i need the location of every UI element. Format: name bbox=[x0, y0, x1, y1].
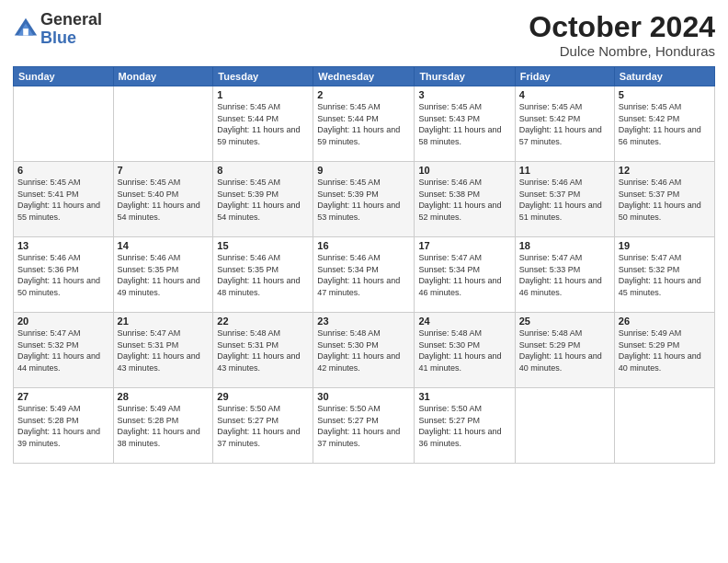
day-number: 7 bbox=[118, 165, 210, 176]
table-row: 14 Sunrise: 5:46 AMSunset: 5:35 PMDaylig… bbox=[113, 237, 213, 313]
table-row: 27 Sunrise: 5:49 AMSunset: 5:28 PMDaylig… bbox=[14, 388, 114, 464]
table-row: 2 Sunrise: 5:45 AMSunset: 5:44 PMDayligh… bbox=[313, 86, 415, 162]
header-tuesday: Tuesday bbox=[213, 67, 313, 86]
day-info: Sunrise: 5:49 AMSunset: 5:28 PMDaylight:… bbox=[17, 404, 100, 448]
table-row bbox=[515, 388, 614, 464]
day-number: 16 bbox=[317, 240, 410, 251]
day-number: 9 bbox=[317, 165, 410, 176]
logo: General Blue bbox=[13, 11, 102, 48]
day-number: 13 bbox=[17, 240, 109, 251]
day-info: Sunrise: 5:46 AMSunset: 5:36 PMDaylight:… bbox=[17, 253, 100, 297]
day-number: 23 bbox=[317, 316, 410, 327]
location-subtitle: Dulce Nombre, Honduras bbox=[529, 43, 715, 59]
day-number: 3 bbox=[418, 89, 510, 100]
day-number: 14 bbox=[118, 240, 210, 251]
day-number: 21 bbox=[118, 316, 210, 327]
table-row: 12 Sunrise: 5:46 AMSunset: 5:37 PMDaylig… bbox=[614, 162, 714, 237]
day-info: Sunrise: 5:45 AMSunset: 5:41 PMDaylight:… bbox=[17, 178, 100, 222]
logo-blue-text: Blue bbox=[40, 29, 102, 48]
day-info: Sunrise: 5:49 AMSunset: 5:29 PMDaylight:… bbox=[619, 328, 701, 373]
day-number: 15 bbox=[217, 240, 309, 251]
day-number: 26 bbox=[619, 316, 711, 327]
header-monday: Monday bbox=[113, 67, 213, 86]
title-area: October 2024 Dulce Nombre, Honduras bbox=[529, 11, 715, 59]
day-number: 22 bbox=[217, 316, 309, 327]
table-row: 4 Sunrise: 5:45 AMSunset: 5:42 PMDayligh… bbox=[515, 86, 614, 162]
table-row: 20 Sunrise: 5:47 AMSunset: 5:32 PMDaylig… bbox=[14, 313, 114, 388]
table-row: 19 Sunrise: 5:47 AMSunset: 5:32 PMDaylig… bbox=[614, 237, 714, 313]
day-info: Sunrise: 5:48 AMSunset: 5:30 PMDaylight:… bbox=[317, 328, 400, 373]
day-info: Sunrise: 5:46 AMSunset: 5:37 PMDaylight:… bbox=[519, 178, 602, 222]
day-info: Sunrise: 5:50 AMSunset: 5:27 PMDaylight:… bbox=[217, 404, 300, 448]
table-row: 8 Sunrise: 5:45 AMSunset: 5:39 PMDayligh… bbox=[213, 162, 313, 237]
day-info: Sunrise: 5:48 AMSunset: 5:31 PMDaylight:… bbox=[217, 328, 300, 373]
day-number: 30 bbox=[317, 391, 410, 402]
day-number: 18 bbox=[519, 240, 610, 251]
table-row: 3 Sunrise: 5:45 AMSunset: 5:43 PMDayligh… bbox=[415, 86, 515, 162]
header-sunday: Sunday bbox=[14, 67, 114, 86]
table-row bbox=[614, 388, 714, 464]
weekday-header-row: Sunday Monday Tuesday Wednesday Thursday… bbox=[14, 67, 715, 86]
day-number: 5 bbox=[619, 89, 711, 100]
header-thursday: Thursday bbox=[415, 67, 515, 86]
day-info: Sunrise: 5:50 AMSunset: 5:27 PMDaylight:… bbox=[418, 404, 501, 448]
logo-icon bbox=[13, 17, 39, 42]
day-info: Sunrise: 5:47 AMSunset: 5:32 PMDaylight:… bbox=[619, 253, 701, 297]
table-row: 9 Sunrise: 5:45 AMSunset: 5:39 PMDayligh… bbox=[313, 162, 415, 237]
day-number: 11 bbox=[519, 165, 610, 176]
day-number: 31 bbox=[418, 391, 510, 402]
day-number: 2 bbox=[317, 89, 410, 100]
day-number: 1 bbox=[217, 89, 309, 100]
day-number: 10 bbox=[418, 165, 510, 176]
week-row-2: 13 Sunrise: 5:46 AMSunset: 5:36 PMDaylig… bbox=[14, 237, 715, 313]
table-row: 23 Sunrise: 5:48 AMSunset: 5:30 PMDaylig… bbox=[313, 313, 415, 388]
table-row: 13 Sunrise: 5:46 AMSunset: 5:36 PMDaylig… bbox=[14, 237, 114, 313]
day-number: 4 bbox=[519, 89, 610, 100]
day-number: 28 bbox=[118, 391, 210, 402]
day-info: Sunrise: 5:47 AMSunset: 5:34 PMDaylight:… bbox=[418, 253, 501, 297]
calendar-table: Sunday Monday Tuesday Wednesday Thursday… bbox=[13, 66, 715, 464]
header-saturday: Saturday bbox=[614, 67, 714, 86]
week-row-4: 27 Sunrise: 5:49 AMSunset: 5:28 PMDaylig… bbox=[14, 388, 715, 464]
day-number: 8 bbox=[217, 165, 309, 176]
day-info: Sunrise: 5:46 AMSunset: 5:37 PMDaylight:… bbox=[619, 178, 701, 222]
table-row: 7 Sunrise: 5:45 AMSunset: 5:40 PMDayligh… bbox=[113, 162, 213, 237]
table-row: 25 Sunrise: 5:48 AMSunset: 5:29 PMDaylig… bbox=[515, 313, 614, 388]
svg-rect-2 bbox=[23, 29, 28, 35]
week-row-0: 1 Sunrise: 5:45 AMSunset: 5:44 PMDayligh… bbox=[14, 86, 715, 162]
table-row: 24 Sunrise: 5:48 AMSunset: 5:30 PMDaylig… bbox=[415, 313, 515, 388]
day-number: 24 bbox=[418, 316, 510, 327]
table-row: 16 Sunrise: 5:46 AMSunset: 5:34 PMDaylig… bbox=[313, 237, 415, 313]
logo-general-text: General bbox=[40, 11, 102, 29]
day-number: 27 bbox=[17, 391, 109, 402]
table-row: 28 Sunrise: 5:49 AMSunset: 5:28 PMDaylig… bbox=[113, 388, 213, 464]
week-row-3: 20 Sunrise: 5:47 AMSunset: 5:32 PMDaylig… bbox=[14, 313, 715, 388]
day-info: Sunrise: 5:46 AMSunset: 5:34 PMDaylight:… bbox=[317, 253, 400, 297]
day-info: Sunrise: 5:49 AMSunset: 5:28 PMDaylight:… bbox=[118, 404, 200, 448]
week-row-1: 6 Sunrise: 5:45 AMSunset: 5:41 PMDayligh… bbox=[14, 162, 715, 237]
table-row: 5 Sunrise: 5:45 AMSunset: 5:42 PMDayligh… bbox=[614, 86, 714, 162]
header-friday: Friday bbox=[515, 67, 614, 86]
day-info: Sunrise: 5:45 AMSunset: 5:40 PMDaylight:… bbox=[118, 178, 200, 222]
table-row: 31 Sunrise: 5:50 AMSunset: 5:27 PMDaylig… bbox=[415, 388, 515, 464]
day-info: Sunrise: 5:47 AMSunset: 5:33 PMDaylight:… bbox=[519, 253, 602, 297]
table-row: 18 Sunrise: 5:47 AMSunset: 5:33 PMDaylig… bbox=[515, 237, 614, 313]
table-row bbox=[14, 86, 114, 162]
table-row bbox=[113, 86, 213, 162]
table-row: 17 Sunrise: 5:47 AMSunset: 5:34 PMDaylig… bbox=[415, 237, 515, 313]
day-info: Sunrise: 5:45 AMSunset: 5:42 PMDaylight:… bbox=[519, 102, 602, 146]
day-number: 12 bbox=[619, 165, 711, 176]
table-row: 22 Sunrise: 5:48 AMSunset: 5:31 PMDaylig… bbox=[213, 313, 313, 388]
table-row: 26 Sunrise: 5:49 AMSunset: 5:29 PMDaylig… bbox=[614, 313, 714, 388]
header: General Blue October 2024 Dulce Nombre, … bbox=[13, 11, 715, 59]
month-title: October 2024 bbox=[529, 11, 715, 43]
day-info: Sunrise: 5:47 AMSunset: 5:31 PMDaylight:… bbox=[118, 328, 200, 373]
day-info: Sunrise: 5:47 AMSunset: 5:32 PMDaylight:… bbox=[17, 328, 100, 373]
day-info: Sunrise: 5:50 AMSunset: 5:27 PMDaylight:… bbox=[317, 404, 400, 448]
day-info: Sunrise: 5:45 AMSunset: 5:44 PMDaylight:… bbox=[317, 102, 400, 146]
table-row: 30 Sunrise: 5:50 AMSunset: 5:27 PMDaylig… bbox=[313, 388, 415, 464]
page: General Blue October 2024 Dulce Nombre, … bbox=[0, 0, 728, 563]
day-info: Sunrise: 5:48 AMSunset: 5:30 PMDaylight:… bbox=[418, 328, 501, 373]
table-row: 11 Sunrise: 5:46 AMSunset: 5:37 PMDaylig… bbox=[515, 162, 614, 237]
day-number: 17 bbox=[418, 240, 510, 251]
